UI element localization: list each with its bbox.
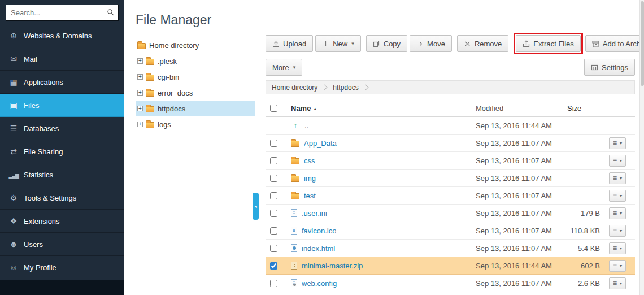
settings-icon — [591, 64, 598, 71]
row-menu-button[interactable]: ≡ ▾ — [609, 190, 626, 202]
file-name-link[interactable]: App_Data — [304, 139, 337, 148]
breadcrumb-httpdocs[interactable]: httpdocs — [333, 84, 358, 92]
sidebar-item[interactable]: Tools & Settings — [0, 186, 124, 210]
sidebar-item[interactable]: Extensions — [0, 210, 124, 233]
database-icon — [7, 124, 20, 133]
sidebar-item[interactable]: File Sharing — [0, 140, 124, 163]
sidebar-item[interactable]: Databases — [0, 117, 124, 140]
caret-down-icon: ▾ — [351, 41, 354, 46]
zip-icon — [291, 262, 297, 270]
row-menu-button[interactable]: ≡ ▾ — [609, 260, 626, 272]
sidebar-item[interactable]: Files — [0, 94, 124, 117]
scrollbar-thumb[interactable] — [641, 1, 644, 86]
row-menu-button[interactable]: ≡ ▾ — [609, 242, 626, 254]
tree-item[interactable]: httpdocs — [136, 101, 255, 116]
file-name-link[interactable]: css — [304, 157, 315, 165]
sidebar-item[interactable]: My Profile — [0, 256, 124, 279]
sidebar-item[interactable]: Mail — [0, 47, 124, 71]
search-icon[interactable] — [107, 8, 115, 16]
file-name-link[interactable]: favicon.ico — [302, 227, 336, 235]
row-menu-button[interactable]: ≡ ▾ — [609, 155, 626, 167]
expand-icon[interactable] — [137, 90, 143, 96]
row-checkbox[interactable] — [270, 245, 277, 252]
tree-item[interactable]: error_docs — [136, 85, 255, 101]
expand-icon[interactable] — [137, 58, 143, 64]
row-checkbox[interactable] — [270, 262, 277, 270]
modified-column-header[interactable]: Modified — [476, 104, 564, 112]
sidebar-item[interactable]: Websites & Domains — [0, 24, 124, 47]
menu-icon: ≡ — [613, 280, 617, 287]
table-row: App_Data Sep 13, 2016 11:07 AM ≡ ▾ — [266, 135, 635, 152]
tree-item[interactable]: .plesk — [136, 53, 255, 69]
file-name-link[interactable]: minimal-master.zip — [302, 262, 363, 270]
search-input[interactable] — [6, 5, 119, 21]
row-checkbox[interactable] — [270, 280, 277, 287]
table-header-row: Name ▴ Modified Size — [266, 100, 635, 117]
menu-icon: ≡ — [613, 140, 617, 146]
file-name-link[interactable]: index.html — [302, 244, 335, 253]
extract-files-icon — [523, 40, 530, 47]
add-to-archive-icon — [592, 40, 599, 47]
statistics-icon — [7, 170, 20, 179]
row-checkbox[interactable] — [270, 210, 277, 217]
file-table: Name ▴ Modified Size .. Sep 13, 2016 11:… — [266, 100, 635, 292]
more-button[interactable]: More ▾ — [266, 59, 302, 76]
size-cell: 602 B — [564, 262, 609, 270]
table-row: index.html Sep 13, 2016 11:07 AM 5.4 KB … — [266, 240, 635, 257]
file-name-link[interactable]: .. — [304, 122, 308, 130]
move-icon — [416, 40, 424, 47]
tree-item[interactable]: logs — [136, 116, 255, 132]
move-button[interactable]: Move — [410, 35, 452, 52]
size-column-header[interactable]: Size — [564, 104, 609, 112]
sidebar-item[interactable]: Users — [0, 233, 124, 256]
vertical-scrollbar[interactable] — [639, 0, 644, 295]
row-menu-button[interactable]: ≡ ▾ — [609, 137, 626, 149]
mail-icon — [7, 54, 20, 63]
new-icon — [322, 40, 329, 47]
sidebar-item-label: Mail — [24, 55, 37, 63]
caret-down-icon: ▾ — [620, 141, 622, 146]
expand-icon[interactable] — [137, 106, 143, 111]
row-menu-button[interactable]: ≡ ▾ — [609, 172, 626, 184]
tree-item[interactable]: cgi-bin — [136, 69, 255, 85]
extract-files-highlight-box: Extract Files — [514, 33, 583, 54]
remove-button[interactable]: Remove — [457, 35, 508, 52]
tree-item[interactable]: Home directory — [136, 37, 255, 53]
upload-button[interactable]: Upload — [266, 35, 313, 52]
add-to-archive-button[interactable]: Add to Archive — [585, 35, 644, 52]
folder-icon — [137, 43, 146, 49]
new-button[interactable]: New ▾ — [315, 35, 361, 52]
row-menu-button[interactable]: ≡ ▾ — [609, 277, 626, 289]
caret-down-icon: ▾ — [293, 64, 296, 70]
select-all-checkbox[interactable] — [270, 105, 277, 112]
sidebar-item[interactable]: Applications — [0, 71, 124, 94]
settings-button[interactable]: Settings — [584, 59, 635, 76]
sidebar: Websites & Domains Mail Applications Fil… — [0, 0, 124, 295]
file-name-link[interactable]: web.config — [302, 279, 337, 288]
expand-icon[interactable] — [137, 74, 143, 80]
file-name-link[interactable]: img — [304, 174, 316, 183]
sidebar-item[interactable]: Statistics — [0, 163, 124, 186]
upload-icon — [272, 40, 280, 47]
row-checkbox[interactable] — [270, 227, 277, 235]
folder-icon — [146, 90, 154, 97]
expand-icon[interactable] — [137, 122, 143, 127]
file-name-link[interactable]: .user.ini — [302, 209, 327, 218]
row-menu-button[interactable]: ≡ ▾ — [609, 225, 626, 237]
name-column-header[interactable]: Name — [291, 104, 311, 112]
extract-files-button[interactable]: Extract Files — [516, 35, 581, 52]
breadcrumb-home-directory[interactable]: Home directory — [272, 84, 317, 92]
file-name-link[interactable]: test — [304, 192, 316, 200]
sidebar-item-label: My Profile — [24, 263, 56, 272]
row-checkbox[interactable] — [270, 157, 277, 164]
tree-collapse-handle[interactable]: ◂ — [253, 193, 259, 220]
modified-cell: Sep 13, 2016 11:07 AM — [476, 157, 564, 165]
html-icon — [291, 244, 297, 252]
copy-button[interactable]: Copy — [366, 35, 407, 52]
menu-icon: ≡ — [613, 262, 617, 269]
row-menu-button[interactable]: ≡ ▾ — [609, 207, 626, 219]
row-checkbox[interactable] — [270, 192, 277, 199]
plesk-file-manager-app: Websites & Domains Mail Applications Fil… — [0, 0, 644, 295]
row-checkbox[interactable] — [270, 140, 277, 147]
row-checkbox[interactable] — [270, 175, 277, 182]
